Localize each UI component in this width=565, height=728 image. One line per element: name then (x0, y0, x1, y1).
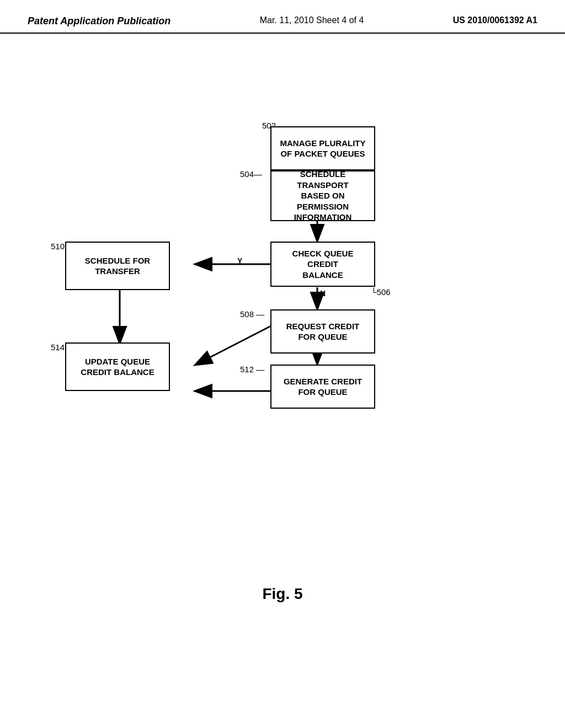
ref-504: 504― (240, 169, 262, 179)
diagram: 502― MANAGE PLURALITY OF PACKET QUEUES 5… (0, 50, 565, 574)
ref-512: 512 ― (240, 365, 264, 374)
ref-506: └506 (371, 287, 391, 297)
box-502: MANAGE PLURALITY OF PACKET QUEUES (270, 126, 375, 170)
box-508: REQUEST CREDIT FOR QUEUE (270, 309, 375, 354)
header-left: Patent Application Publication (28, 15, 170, 27)
box-514: UPDATE QUEUE CREDIT BALANCE (65, 342, 170, 391)
svg-line-9 (196, 325, 273, 365)
y-label: Y (237, 256, 242, 265)
box-512: GENERATE CREDIT FOR QUEUE (270, 365, 375, 409)
box-504: SCHEDULE TRANSPORT BASED ON PERMISSION I… (270, 170, 375, 221)
box-510: SCHEDULE FOR TRANSFER (65, 242, 170, 290)
ref-508: 508 ― (240, 309, 264, 319)
header-center: Mar. 11, 2010 Sheet 4 of 4 (260, 15, 364, 25)
box-506: CHECK QUEUE CREDIT BALANCE (270, 242, 375, 287)
page: Patent Application Publication Mar. 11, … (0, 0, 565, 728)
figure-caption: Fig. 5 (0, 585, 565, 603)
header: Patent Application Publication Mar. 11, … (0, 0, 565, 34)
header-right: US 2010/0061392 A1 (453, 15, 537, 25)
n-label: N (320, 289, 326, 298)
